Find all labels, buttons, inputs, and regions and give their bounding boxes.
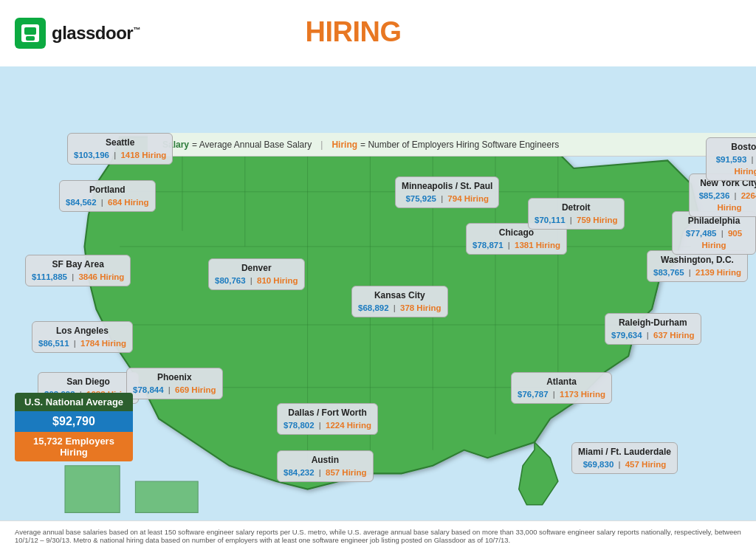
legend-bar: Salary = Average Annual Base Salary | Hi… bbox=[148, 133, 756, 157]
city-data: $85,236 | 2264 Hiring bbox=[695, 190, 756, 213]
city-pipe: | bbox=[721, 229, 724, 238]
glassdoor-logo-icon bbox=[15, 18, 46, 49]
city-name: Seattle bbox=[74, 137, 166, 149]
city-hiring: 857 Hiring bbox=[326, 468, 367, 477]
city-hiring: 684 Hiring bbox=[108, 198, 149, 207]
city-salary: $91,593 bbox=[716, 155, 747, 164]
city-data: $69,830 | 457 Hiring bbox=[578, 458, 671, 470]
city-name: Kansas City bbox=[358, 289, 441, 302]
city-pipe: | bbox=[250, 276, 252, 285]
city-pipe: | bbox=[570, 216, 572, 224]
city-data: $75,925 | 794 Hiring bbox=[402, 193, 492, 204]
city-data: $83,765 | 2139 Hiring bbox=[653, 267, 741, 278]
city-salary: $79,634 bbox=[611, 331, 642, 340]
title-hiring: HIRING bbox=[306, 18, 402, 46]
city-name: Washington, D.C. bbox=[653, 254, 741, 267]
city-data: $91,593 | 2006 Hiring bbox=[712, 154, 756, 177]
city-label: Philadelphia $77,485 | 905 Hiring bbox=[672, 211, 756, 255]
city-data: $77,485 | 905 Hiring bbox=[678, 227, 749, 251]
city-name: Phoenix bbox=[133, 371, 216, 384]
city-hiring: 810 Hiring bbox=[257, 276, 298, 285]
city-pipe: | bbox=[319, 421, 321, 430]
title-by-city: BY CITY bbox=[409, 52, 452, 61]
map-area: Salary = Average Annual Base Salary | Hi… bbox=[0, 66, 756, 520]
svg-rect-2 bbox=[26, 36, 35, 41]
logo-text: glassdoor™ bbox=[52, 23, 140, 44]
city-salary: $70,111 bbox=[535, 216, 566, 224]
city-salary: $68,892 bbox=[358, 303, 389, 312]
city-hiring: 1784 Hiring bbox=[80, 339, 126, 348]
footer-text: Average annual base salaries based on at… bbox=[15, 528, 741, 544]
title-year: 2013 bbox=[461, 44, 502, 63]
city-data: $70,111 | 759 Hiring bbox=[535, 214, 618, 226]
city-hiring: 3846 Hiring bbox=[78, 272, 124, 281]
city-name: SF Bay Area bbox=[32, 258, 124, 271]
city-name: Miami / Ft. Lauderdale bbox=[578, 446, 671, 458]
city-salary: $111,885 bbox=[32, 272, 67, 281]
city-pipe: | bbox=[114, 151, 116, 159]
city-hiring: 1173 Hiring bbox=[560, 390, 605, 399]
city-salary: $84,562 bbox=[66, 198, 97, 207]
city-salary: $103,196 bbox=[74, 151, 109, 159]
city-hiring: 669 Hiring bbox=[175, 385, 216, 394]
legend-separator: | bbox=[320, 140, 323, 150]
city-label: Washington, D.C. $83,765 | 2139 Hiring bbox=[647, 250, 748, 282]
city-pipe: | bbox=[319, 468, 321, 477]
city-name: Dallas / Fort Worth bbox=[284, 407, 371, 419]
city-hiring: 759 Hiring bbox=[577, 216, 618, 224]
title-salary: SALARY bbox=[170, 18, 282, 46]
city-label: Dallas / Fort Worth $78,802 | 1224 Hirin… bbox=[277, 403, 378, 435]
city-pipe: | bbox=[619, 460, 621, 469]
city-name: Minneapolis / St. Paul bbox=[402, 180, 492, 193]
city-salary: $85,236 bbox=[699, 191, 730, 200]
city-salary: $80,763 bbox=[215, 276, 246, 285]
logo-area: glassdoor™ bbox=[15, 18, 148, 49]
national-avg-salary: $92,790 bbox=[15, 411, 133, 432]
city-hiring: 794 Hiring bbox=[447, 194, 489, 203]
footer: Average annual base salaries based on at… bbox=[0, 520, 756, 550]
city-label: Austin $84,232 | 857 Hiring bbox=[277, 450, 374, 482]
city-name: Austin bbox=[284, 454, 367, 467]
city-label: Los Angeles $86,511 | 1784 Hiring bbox=[32, 321, 133, 353]
city-label: Raleigh-Durham $79,634 | 637 Hiring bbox=[605, 313, 701, 345]
city-label: Portland $84,562 | 684 Hiring bbox=[59, 180, 156, 212]
city-hiring: 1381 Hiring bbox=[515, 241, 560, 250]
city-pipe: | bbox=[72, 272, 74, 281]
city-salary: $69,830 bbox=[583, 460, 614, 469]
city-label: Miami / Ft. Lauderdale $69,830 | 457 Hir… bbox=[571, 442, 678, 474]
city-salary: $77,485 bbox=[686, 229, 717, 238]
city-pipe: | bbox=[394, 303, 396, 312]
city-name: Los Angeles bbox=[38, 325, 126, 337]
city-salary: $83,765 bbox=[653, 268, 684, 277]
city-name: San Diego bbox=[44, 376, 132, 388]
city-label: Phoenix $78,844 | 669 Hiring bbox=[126, 368, 223, 399]
city-pipe: | bbox=[441, 194, 443, 203]
city-data: $80,763 | 810 Hiring bbox=[215, 275, 298, 286]
title-amp: & bbox=[286, 24, 301, 45]
city-hiring: 1418 Hiring bbox=[120, 151, 166, 159]
city-hiring: 2139 Hiring bbox=[695, 268, 741, 277]
city-data: $78,871 | 1381 Hiring bbox=[472, 239, 560, 251]
city-hiring: 378 Hiring bbox=[400, 303, 441, 312]
legend-salary-desc: = Average Annual Base Salary bbox=[192, 140, 312, 150]
city-label: Atlanta $76,787 | 1173 Hiring bbox=[511, 372, 612, 404]
city-name: Atlanta bbox=[518, 376, 605, 388]
city-salary: $86,511 bbox=[38, 339, 69, 348]
city-pipe: | bbox=[74, 339, 76, 348]
national-avg-title: U.S. National Average bbox=[15, 393, 133, 411]
city-data: $84,562 | 684 Hiring bbox=[66, 196, 149, 208]
city-pipe: | bbox=[689, 268, 691, 277]
city-label: SF Bay Area $111,885 | 3846 Hiring bbox=[25, 255, 131, 286]
city-pipe: | bbox=[553, 390, 555, 399]
city-label: Minneapolis / St. Paul $75,925 | 794 Hir… bbox=[395, 176, 499, 208]
city-data: $84,232 | 857 Hiring bbox=[284, 467, 367, 478]
title-line2: SALARY & HIRING COMPARISON BY CITY 2013 bbox=[170, 18, 741, 63]
city-hiring: 457 Hiring bbox=[625, 460, 667, 469]
city-salary: $84,232 bbox=[284, 468, 315, 477]
city-pipe: | bbox=[101, 198, 103, 207]
city-label: Kansas City $68,892 | 378 Hiring bbox=[351, 286, 448, 317]
city-data: $78,802 | 1224 Hiring bbox=[284, 419, 371, 431]
city-label: Boston $91,593 | 2006 Hiring bbox=[706, 137, 756, 181]
city-label: Detroit $70,111 | 759 Hiring bbox=[528, 198, 625, 230]
city-pipe: | bbox=[647, 331, 649, 340]
